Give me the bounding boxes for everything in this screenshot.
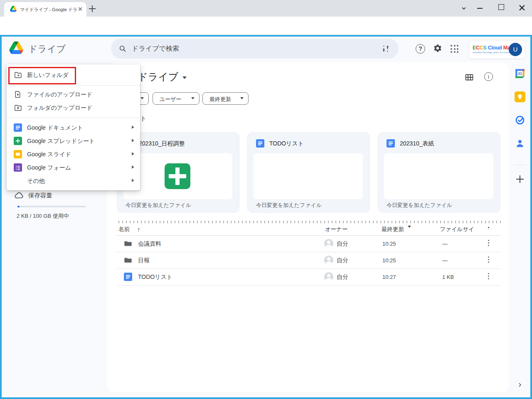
google-apps-grid-icon[interactable] xyxy=(451,45,458,53)
column-size[interactable]: ファイルサイ xyxy=(440,226,474,233)
forms-icon xyxy=(14,163,22,172)
storage-usage-text: 2 KB / 100 GB 使用中 xyxy=(17,212,69,220)
submenu-arrow-icon xyxy=(132,165,134,169)
cloud-storage-icon xyxy=(14,190,24,200)
tab-title: マイドライブ - Google ドライブ xyxy=(20,7,76,13)
owner-label: 自分 xyxy=(337,257,348,264)
menu-item-folder-upload[interactable]: フォルダのアップロード xyxy=(7,101,140,114)
menu-item-label: その他 xyxy=(27,177,45,185)
add-panel-icon[interactable] xyxy=(515,174,525,184)
menu-separator xyxy=(7,85,140,86)
browser-tab[interactable]: マイドライブ - Google ドライブ ✕ xyxy=(4,2,86,17)
file-name: TODOリスト xyxy=(138,273,172,281)
card-reason: 今日変更を加えたファイル xyxy=(256,202,322,209)
browser-titlebar: マイドライブ - Google ドライブ ✕ ✕ xyxy=(0,0,532,17)
sheets-logo-large xyxy=(165,163,190,189)
search-bar[interactable]: ドライブで検索 xyxy=(111,39,399,59)
search-icon[interactable] xyxy=(118,44,127,53)
column-owner[interactable]: オーナー xyxy=(325,226,348,233)
menu-item-label: ファイルのアップロード xyxy=(27,91,92,99)
help-icon[interactable]: ? xyxy=(416,44,425,54)
info-icon[interactable]: i xyxy=(484,72,493,81)
menu-item-label: フォルダのアップロード xyxy=(27,104,92,112)
file-size: 1 KB xyxy=(442,274,454,280)
account-badge[interactable]: ECCS Cloud Mail Information Technology C… xyxy=(469,40,525,59)
menu-item-google-slides[interactable]: Google スライド xyxy=(7,148,140,161)
folder-icon xyxy=(124,239,132,248)
chevron-down-icon xyxy=(140,97,144,99)
search-placeholder[interactable]: ドライブで検索 xyxy=(132,44,179,53)
window-minimize-button[interactable] xyxy=(477,8,483,9)
capture-frame-right xyxy=(530,35,532,399)
sidebar-item-storage[interactable]: 保存容量 xyxy=(28,192,52,200)
file-list-header: 名前 ↑ オーナー 最終更新 ファイルサイ xyxy=(117,224,501,236)
menu-item-google-forms[interactable]: Google フォーム xyxy=(7,161,140,174)
google-keep-icon[interactable] xyxy=(515,91,525,102)
docs-file-icon xyxy=(124,273,132,281)
sort-ascending-icon[interactable]: ↑ xyxy=(137,226,140,233)
filter-chip-user[interactable]: ユーザー xyxy=(153,92,200,105)
settings-gear-icon[interactable] xyxy=(433,44,442,53)
modified-time: 10:25 xyxy=(382,241,396,247)
tab-close-icon[interactable]: ✕ xyxy=(76,5,84,13)
docs-file-icon xyxy=(387,139,395,148)
suggestion-card[interactable]: TODOリスト 今日変更を加えたファイル xyxy=(247,132,370,213)
drive-logo-icon[interactable] xyxy=(9,42,23,54)
capture-frame-bottom xyxy=(0,397,532,399)
drive-profile-avatar[interactable]: U xyxy=(509,43,522,56)
modified-time: 10:27 xyxy=(382,274,396,280)
filter-chip-modified[interactable]: 最終更新 xyxy=(202,92,249,105)
file-row[interactable]: 日報 自分 10:25 — xyxy=(117,252,501,269)
suggestion-card[interactable]: 202310_表紙 今日変更を加えたファイル xyxy=(378,132,500,213)
storage-progress-fill xyxy=(17,206,20,207)
capture-frame-top xyxy=(0,35,532,37)
menu-item-google-docs[interactable]: Google ドキュメント xyxy=(7,121,140,134)
owner-label: 自分 xyxy=(337,240,348,248)
google-tasks-icon[interactable] xyxy=(515,115,525,126)
dashed-divider xyxy=(118,221,501,223)
docs-icon xyxy=(14,123,22,132)
owner-avatar xyxy=(324,256,333,265)
folder-upload-icon xyxy=(14,103,22,112)
app-name: ドライブ xyxy=(28,43,66,55)
chevron-down-icon xyxy=(182,76,187,79)
window-close-button[interactable]: ✕ xyxy=(517,2,527,14)
row-menu-icon[interactable] xyxy=(488,240,489,247)
column-name[interactable]: 名前 xyxy=(118,226,130,233)
drive-favicon-icon xyxy=(10,6,17,12)
row-menu-icon[interactable] xyxy=(488,273,489,281)
submenu-arrow-icon xyxy=(132,179,134,182)
file-row[interactable]: 会議資料 自分 10:25 — xyxy=(117,235,501,252)
card-reason: 今日変更を加えたファイル xyxy=(126,202,191,209)
annotation-highlight-box xyxy=(8,67,76,84)
google-contacts-icon[interactable] xyxy=(515,138,525,149)
column-modified[interactable]: 最終更新 xyxy=(382,226,404,233)
card-preview xyxy=(384,153,493,199)
tab-search-chevron-icon[interactable] xyxy=(460,4,468,12)
new-tab-button[interactable] xyxy=(88,5,96,13)
chevron-down-icon xyxy=(240,97,244,99)
menu-item-file-upload[interactable]: ファイルのアップロード xyxy=(7,88,140,101)
search-filters-icon[interactable] xyxy=(381,44,390,53)
grid-view-toggle-icon[interactable] xyxy=(464,72,474,82)
row-menu-icon[interactable] xyxy=(488,256,489,264)
file-row[interactable]: TODOリスト 自分 10:27 1 KB xyxy=(117,268,501,286)
menu-item-google-sheets[interactable]: Google スプレッドシート xyxy=(7,134,140,148)
menu-item-label: Google フォーム xyxy=(27,164,71,172)
menu-item-label: Google スライド xyxy=(27,151,71,158)
slides-icon xyxy=(14,150,22,158)
menu-separator xyxy=(7,118,140,118)
menu-item-label: Google ドキュメント xyxy=(27,124,83,132)
file-size: — xyxy=(442,241,448,247)
owner-avatar xyxy=(324,239,333,248)
collapse-panel-chevron-icon[interactable] xyxy=(517,382,523,388)
google-calendar-icon[interactable]: 31 xyxy=(515,68,525,79)
chevron-down-icon xyxy=(191,97,195,99)
sort-descending-icon[interactable] xyxy=(408,226,411,228)
menu-item-label: Google スプレッドシート xyxy=(27,138,95,145)
file-name: 日報 xyxy=(138,257,150,264)
menu-item-more[interactable]: その他 xyxy=(7,174,140,187)
window-maximize-button[interactable] xyxy=(498,4,504,10)
owner-avatar xyxy=(324,272,333,281)
svg-text:31: 31 xyxy=(518,71,522,76)
